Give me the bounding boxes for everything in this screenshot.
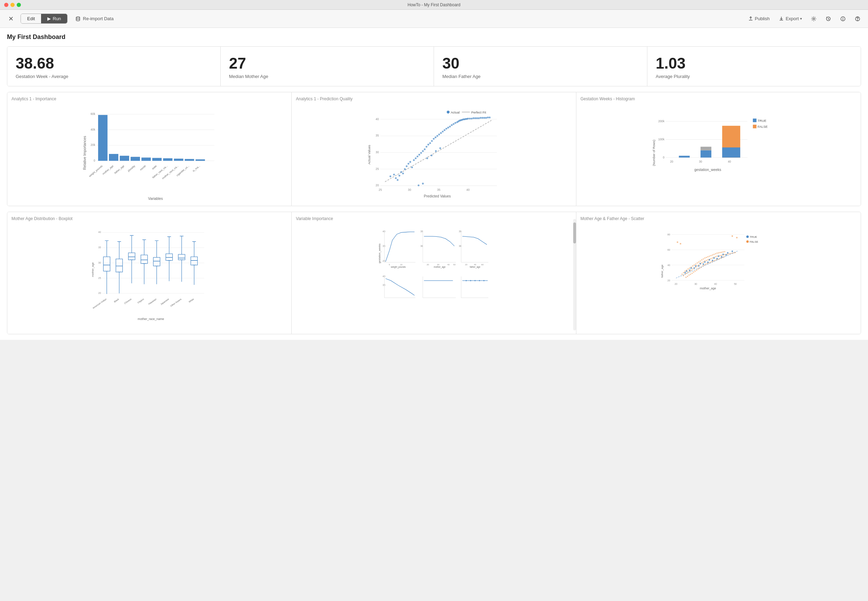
svg-point-60 xyxy=(417,156,418,157)
svg-point-355 xyxy=(693,267,695,269)
svg-text:25: 25 xyxy=(376,167,379,171)
svg-text:30: 30 xyxy=(437,264,440,266)
history-button[interactable] xyxy=(824,15,833,23)
svg-point-100 xyxy=(482,117,483,119)
svg-point-93 xyxy=(469,118,471,119)
edit-button[interactable]: Edit xyxy=(21,14,41,23)
svg-text:20: 20 xyxy=(465,264,468,266)
box-ai xyxy=(104,257,110,271)
svg-text:Actual Values: Actual Values xyxy=(367,145,371,165)
svg-rect-172 xyxy=(178,255,185,260)
svg-text:60k: 60k xyxy=(90,113,95,116)
svg-point-46 xyxy=(390,175,391,177)
svg-point-325 xyxy=(705,264,707,265)
help-button[interactable] xyxy=(853,15,862,23)
publish-icon xyxy=(748,16,754,21)
svg-text:10: 10 xyxy=(400,264,403,266)
svg-point-99 xyxy=(480,117,482,119)
info-button[interactable] xyxy=(838,15,848,23)
svg-rect-114 xyxy=(753,125,756,128)
svg-point-312 xyxy=(685,277,687,278)
prediction-svg: Actual Perfect Fit Actual Values 40 35 3… xyxy=(296,104,571,201)
svg-text:state: state xyxy=(151,164,157,170)
svg-point-61 xyxy=(418,154,420,156)
svg-point-76 xyxy=(446,128,447,130)
svg-text:35: 35 xyxy=(383,245,385,247)
svg-point-316 xyxy=(691,273,693,274)
svg-point-307 xyxy=(728,253,730,255)
svg-point-340 xyxy=(736,237,737,238)
scrollbar-thumb[interactable] xyxy=(573,223,576,243)
svg-point-274 xyxy=(723,252,724,253)
svg-point-65 xyxy=(426,146,427,148)
svg-point-69 xyxy=(433,138,435,140)
toolbar: ✕ Edit ▶ Run Re-import Data Publish xyxy=(0,10,868,28)
svg-point-57 xyxy=(411,166,413,168)
svg-point-262 xyxy=(704,258,705,259)
svg-point-343 xyxy=(690,267,691,269)
close-button[interactable]: ✕ xyxy=(6,14,16,24)
svg-text:father_age: father_age xyxy=(114,164,125,174)
svg-text:60: 60 xyxy=(481,264,484,266)
toolbar-right: Publish Export ▾ xyxy=(746,15,862,23)
svg-text:40: 40 xyxy=(714,283,717,285)
bar-mother-race xyxy=(174,159,183,161)
publish-label: Publish xyxy=(755,16,770,21)
run-button[interactable]: ▶ Run xyxy=(41,14,67,23)
maximize-window-button[interactable] xyxy=(17,3,21,7)
svg-text:mother_age: mother_age xyxy=(91,262,94,277)
svg-text:Relative Importances: Relative Importances xyxy=(83,136,87,170)
settings-button[interactable] xyxy=(809,15,819,23)
scrollbar-track[interactable] xyxy=(573,219,576,331)
svg-point-251 xyxy=(687,268,689,270)
kpi-label-father-age: Median Father Age xyxy=(442,74,639,79)
svg-point-256 xyxy=(695,264,696,265)
svg-point-258 xyxy=(698,261,699,263)
svg-point-266 xyxy=(710,255,712,256)
svg-point-231 xyxy=(746,236,749,238)
importance-chart-area: Relative Importances 60k 40k 20k 0 xyxy=(12,104,287,201)
svg-point-348 xyxy=(713,257,714,259)
svg-text:25: 25 xyxy=(98,277,101,279)
histogram-chart-title: Gestation Weeks - Histogram xyxy=(580,96,856,101)
svg-point-255 xyxy=(694,265,695,266)
bar-is-ma xyxy=(196,160,205,161)
svg-text:Actual: Actual xyxy=(451,111,460,114)
svg-point-339 xyxy=(732,235,733,237)
svg-text:50: 50 xyxy=(454,264,456,266)
svg-point-338 xyxy=(676,242,678,243)
publish-button[interactable]: Publish xyxy=(746,15,772,23)
kpi-label-mother-age: Median Mother Age xyxy=(229,74,425,79)
svg-text:father_age: father_age xyxy=(470,266,481,268)
export-button[interactable]: Export ▾ xyxy=(777,15,804,23)
close-window-button[interactable] xyxy=(4,3,8,7)
svg-text:American Indian: American Indian xyxy=(92,298,107,309)
svg-text:30: 30 xyxy=(408,188,411,192)
svg-text:father_age: father_age xyxy=(660,265,663,278)
minimize-window-button[interactable] xyxy=(11,3,15,7)
svg-point-292 xyxy=(706,260,707,261)
svg-point-358 xyxy=(707,261,709,263)
svg-point-230 xyxy=(483,280,484,281)
svg-point-286 xyxy=(696,265,698,267)
svg-point-298 xyxy=(715,256,716,258)
kpi-row: 38.68 Gestation Week - Average 27 Median… xyxy=(7,46,861,86)
svg-point-101 xyxy=(483,117,485,119)
svg-point-71 xyxy=(436,135,438,137)
reimport-button[interactable]: Re-import Data xyxy=(72,14,117,24)
svg-point-248 xyxy=(683,272,684,274)
svg-point-289 xyxy=(701,262,702,264)
svg-point-56 xyxy=(409,161,411,163)
svg-point-342 xyxy=(685,270,687,272)
svg-point-97 xyxy=(476,117,478,119)
svg-text:gestation_weeks: gestation_weeks xyxy=(694,168,721,172)
svg-text:40: 40 xyxy=(728,160,731,163)
svg-text:20: 20 xyxy=(675,283,677,285)
kpi-card-father-age: 30 Median Father Age xyxy=(434,47,647,86)
svg-point-351 xyxy=(727,252,728,253)
svg-point-249 xyxy=(684,270,685,272)
boxplot-chart-panel: Mother Age Distribution - Boxplot mother… xyxy=(7,212,292,334)
svg-point-1 xyxy=(813,18,815,20)
svg-point-227 xyxy=(470,280,471,281)
bar-state xyxy=(152,158,161,161)
